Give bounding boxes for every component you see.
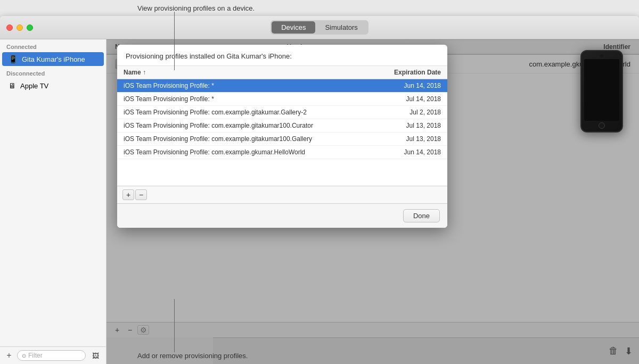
sidebar-item-iphone[interactable]: 📱 Gita Kumar's iPhone [2, 52, 104, 66]
profiles-remove-button[interactable]: − [135, 189, 147, 200]
profiles-footer: Done [117, 203, 447, 228]
maximize-button[interactable] [27, 24, 33, 31]
profiles-table-row[interactable]: iOS Team Provisioning Profile: com.examp… [117, 133, 447, 146]
profile-expiration-cell: Jul 14, 2018 [372, 93, 447, 106]
profiles-col-expiration: Expiration Date [372, 66, 447, 79]
tab-simulators[interactable]: Simulators [315, 21, 367, 34]
profiles-table-row[interactable]: iOS Team Provisioning Profile: com.examp… [117, 106, 447, 119]
profile-expiration-cell: Jul 13, 2018 [372, 119, 447, 133]
close-button[interactable] [6, 24, 13, 31]
filter-icon: ⊙ [22, 353, 26, 359]
detail-area: Name Version Identifier HelloWorld 1 [106, 39, 639, 364]
sidebar-footer: + ⊙ Filter 🖼 [0, 346, 106, 364]
profile-name-cell: iOS Team Provisioning Profile: com.examp… [117, 133, 372, 146]
sidebar-add-button[interactable]: + [4, 351, 14, 360]
profiles-toolbar: + − [117, 186, 447, 203]
profile-name-cell: iOS Team Provisioning Profile: * [117, 79, 372, 93]
profile-expiration-cell: Jul 13, 2018 [372, 133, 447, 146]
profiles-overlay: Provisioning profiles installed on Gita … [106, 39, 639, 364]
profiles-table: Name ↑ Expiration Date iOS Team Provisio… [117, 66, 447, 159]
profile-name-cell: iOS Team Provisioning Profile: com.examp… [117, 106, 372, 119]
profiles-add-button[interactable]: + [122, 189, 134, 200]
appletv-icon: 🖥 [9, 81, 16, 90]
profile-expiration-cell: Jun 14, 2018 [372, 79, 447, 93]
profiles-header: Provisioning profiles installed on Gita … [117, 45, 447, 66]
traffic-lights [6, 24, 33, 31]
minimize-button[interactable] [17, 24, 23, 31]
profiles-panel: Provisioning profiles installed on Gita … [117, 45, 447, 228]
profiles-table-row[interactable]: iOS Team Provisioning Profile: com.examp… [117, 146, 447, 159]
profile-expiration-cell: Jul 2, 2018 [372, 106, 447, 119]
titlebar: Devices Simulators [0, 16, 639, 39]
tab-devices[interactable]: Devices [272, 21, 315, 34]
iphone-icon: 📱 [9, 55, 18, 63]
profile-name-cell: iOS Team Provisioning Profile: com.examp… [117, 146, 372, 159]
profiles-content: Name ↑ Expiration Date iOS Team Provisio… [117, 66, 447, 186]
done-button[interactable]: Done [403, 209, 440, 222]
sidebar-item-appletv[interactable]: 🖥 Apple TV [2, 79, 104, 93]
profiles-table-row[interactable]: iOS Team Provisioning Profile: *Jun 14, … [117, 79, 447, 93]
tab-group: Devices Simulators [271, 20, 368, 35]
annotation-line-top [174, 12, 175, 70]
annotation-top: View provisioning profiles on a device. [137, 4, 255, 12]
profile-name-cell: iOS Team Provisioning Profile: * [117, 93, 372, 106]
sidebar-item-label-iphone: Gita Kumar's iPhone [22, 55, 85, 63]
section-label-connected: Connected [0, 39, 106, 52]
profiles-col-name: Name ↑ [117, 66, 372, 79]
section-label-disconnected: Disconnected [0, 66, 106, 79]
profile-expiration-cell: Jun 14, 2018 [372, 146, 447, 159]
filter-input[interactable]: ⊙ Filter [17, 350, 86, 361]
profile-name-cell: iOS Team Provisioning Profile: com.examp… [117, 119, 372, 133]
main-window: Devices Simulators Connected 📱 Gita Kuma… [0, 16, 639, 364]
filter-placeholder: Filter [28, 352, 43, 359]
annotation-line-bottom [174, 299, 175, 352]
screenshot-button[interactable]: 🖼 [89, 351, 102, 360]
profiles-spacer [117, 159, 447, 186]
sidebar-item-label-appletv: Apple TV [20, 82, 48, 90]
main-content: Connected 📱 Gita Kumar's iPhone Disconne… [0, 39, 639, 364]
profiles-table-row[interactable]: iOS Team Provisioning Profile: com.examp… [117, 119, 447, 133]
profiles-table-row[interactable]: iOS Team Provisioning Profile: *Jul 14, … [117, 93, 447, 106]
sidebar: Connected 📱 Gita Kumar's iPhone Disconne… [0, 39, 106, 364]
